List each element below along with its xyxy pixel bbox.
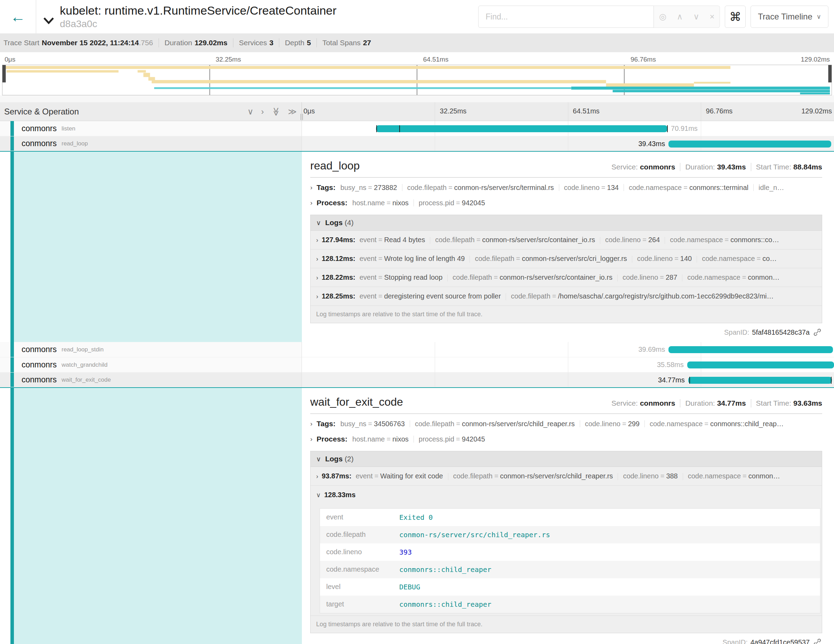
kv-chip[interactable]: code.filepath=conmon-rs/server/src/cri_l… xyxy=(475,255,627,262)
minimap-canvas[interactable] xyxy=(2,65,832,95)
kv-key: code.filepath xyxy=(511,292,550,300)
span-log-tick xyxy=(689,377,690,384)
depth-value: 5 xyxy=(307,39,311,47)
copy-link-icon[interactable] xyxy=(813,638,821,644)
collapse-one-icon[interactable]: › xyxy=(261,107,264,116)
log-kv-key: code.lineno xyxy=(326,548,399,556)
minimap-span-segment xyxy=(613,90,830,92)
log-entry[interactable]: ›127.94ms:event=Read 4 bytescode.filepat… xyxy=(310,231,822,249)
locate-icon[interactable]: ◎ xyxy=(659,13,666,21)
span-bar-read_loop[interactable] xyxy=(668,141,831,147)
span-row-wait_for_exit_code: conmonrswait_for_exit_code34.77ms xyxy=(0,373,834,388)
process-accordion[interactable]: ›Process:host.name=nixosprocess.pid=9420… xyxy=(310,195,822,210)
trace-view-selector[interactable]: Trace Timeline ∨ xyxy=(750,6,828,28)
timeline-axis-header: 0μs32.25ms64.51ms96.76ms129.02ms xyxy=(302,102,834,121)
kv-key: code.filepath xyxy=(453,472,493,480)
kv-chip[interactable]: host.name=nixos xyxy=(352,435,409,443)
divider xyxy=(158,38,159,47)
collapse-all-icon[interactable]: ≫ xyxy=(288,107,297,116)
next-result-icon[interactable]: ∨ xyxy=(693,13,700,21)
kv-chip[interactable]: event=Wrote log line of length 49 xyxy=(360,255,465,262)
copy-link-icon[interactable] xyxy=(813,328,821,337)
expand-one-icon[interactable]: ∨ xyxy=(247,107,254,116)
tags-accordion[interactable]: ›Tags:busy_ns=273882code.filepath=conmon… xyxy=(310,180,822,195)
tags-accordion[interactable]: ›Tags:busy_ns=34506763code.filepath=conm… xyxy=(310,416,822,431)
log-entry[interactable]: ›128.25ms:event=deregistering event sour… xyxy=(310,287,822,306)
span-name-cell-watch_grandchild[interactable]: conmonrswatch_grandchild xyxy=(0,357,302,373)
kv-chip[interactable]: code.lineno=264 xyxy=(605,236,660,244)
kv-chip[interactable]: process.pid=942045 xyxy=(419,199,485,207)
divider xyxy=(310,177,822,178)
process-accordion[interactable]: ›Process:host.name=nixosprocess.pid=9420… xyxy=(310,431,822,447)
duration-value: 129.02ms xyxy=(194,39,228,47)
log-entry[interactable]: ∨128.33ms xyxy=(310,486,822,504)
equals-sign: = xyxy=(725,236,729,244)
kv-chip[interactable]: process.pid=942045 xyxy=(419,435,485,443)
back-arrow-icon: ← xyxy=(10,9,26,24)
kv-chip[interactable]: code.namespace=conmon… xyxy=(688,472,780,480)
back-button[interactable]: ← xyxy=(0,0,36,33)
kv-chip[interactable]: code.filepath=conmon-rs/server/src/conta… xyxy=(435,236,595,244)
kv-chip[interactable]: event=deregistering event source from po… xyxy=(360,292,501,300)
expand-all-icon[interactable]: ≫ xyxy=(272,107,280,116)
prev-result-icon[interactable]: ∧ xyxy=(677,13,683,21)
kv-chip[interactable]: code.lineno=140 xyxy=(637,255,692,262)
log-timestamp: 127.94ms: xyxy=(322,236,356,244)
kv-chip[interactable]: busy_ns=34506763 xyxy=(341,420,405,428)
log-entry[interactable]: ›128.12ms:event=Wrote log line of length… xyxy=(310,249,822,268)
kv-chip[interactable]: code.lineno=287 xyxy=(622,273,677,281)
logs-header[interactable]: ∨Logs(2) xyxy=(310,451,822,467)
equals-sign: = xyxy=(684,184,688,191)
kv-chip[interactable]: code.namespace=conmonrs::terminal xyxy=(629,184,748,192)
kv-value: conmon… xyxy=(748,472,780,480)
span-bar-listen[interactable] xyxy=(376,125,668,132)
minimap-left-handle[interactable] xyxy=(2,65,6,83)
kv-value: conmon-rs/server/src/container_io.rs xyxy=(482,236,595,244)
kv-chip[interactable]: code.lineno=299 xyxy=(585,420,640,428)
kv-chip[interactable]: code.filepath=conmon-rs/server/src/child… xyxy=(453,472,613,480)
span-timeline-cell: 39.69ms xyxy=(302,342,834,357)
kv-chip[interactable]: code.filepath=conmon-rs/server/src/child… xyxy=(415,420,575,428)
spanid-value: 5faf48165428c37a xyxy=(752,328,810,337)
kv-chip[interactable]: code.filepath=conmon-rs/server/src/termi… xyxy=(407,184,554,192)
span-bar-watch_grandchild[interactable] xyxy=(687,361,834,369)
collapse-trace-header-button[interactable] xyxy=(42,16,55,26)
minimap-tick-label: 96.76ms xyxy=(630,56,656,63)
kv-chip[interactable]: host.name=nixos xyxy=(352,199,409,207)
span-name-cell-wait_for_exit_code[interactable]: conmonrswait_for_exit_code xyxy=(0,373,302,387)
span-log-tick xyxy=(399,125,400,132)
kv-value: 287 xyxy=(666,273,677,281)
log-entry[interactable]: ›93.87ms:event=Waiting for exit codecode… xyxy=(310,467,822,486)
kv-chip[interactable]: code.lineno=388 xyxy=(623,472,677,480)
span-detail-panel-wait_for_exit_code: wait_for_exit_codeService:conmonrsDurati… xyxy=(302,388,834,644)
span-name-cell-read_loop_stdin[interactable]: conmonrsread_loop_stdin xyxy=(0,342,302,357)
span-detail-panel-read_loop: read_loopService:conmonrsDuration:39.43m… xyxy=(302,152,834,342)
span-name-cell-listen[interactable]: conmonrslisten xyxy=(0,121,302,136)
kv-chip[interactable]: code.namespace=conmonrs::co… xyxy=(670,236,779,244)
keyboard-shortcuts-button[interactable]: ⌘ xyxy=(725,6,746,28)
minimap-right-handle[interactable] xyxy=(828,65,832,83)
logs-header[interactable]: ∨Logs(4) xyxy=(310,215,822,231)
kv-chip[interactable]: code.namespace=conmon… xyxy=(687,273,779,281)
kv-chip[interactable]: code.namespace=co… xyxy=(702,255,777,262)
span-name-cell-read_loop[interactable]: conmonrsread_loop xyxy=(0,136,302,151)
kv-key: code.namespace xyxy=(650,420,703,427)
clear-search-icon[interactable]: × xyxy=(710,13,714,21)
find-input[interactable] xyxy=(478,6,654,28)
kv-chip[interactable]: busy_ns=273882 xyxy=(341,184,397,192)
span-bar-wait_for_exit_code[interactable] xyxy=(688,377,832,384)
kv-chip[interactable]: code.filepath=/home/sascha/.cargo/regist… xyxy=(511,292,774,300)
kv-chip[interactable]: event=Stopping read loop xyxy=(360,273,443,281)
log-entry[interactable]: ›128.22ms:event=Stopping read loopcode.f… xyxy=(310,268,822,287)
service-name: conmonrs xyxy=(21,360,57,369)
kv-chip[interactable]: event=Waiting for exit code xyxy=(356,472,443,480)
chevron-down-icon: ∨ xyxy=(316,492,321,498)
span-bar-read_loop_stdin[interactable] xyxy=(668,346,833,353)
spacer xyxy=(0,95,834,102)
detail-indent-accent xyxy=(10,152,302,342)
kv-chip[interactable]: code.lineno=134 xyxy=(564,184,619,192)
kv-chip[interactable]: idle_n… xyxy=(758,184,784,192)
kv-chip[interactable]: code.filepath=conmon-rs/server/src/conta… xyxy=(453,273,613,281)
kv-chip[interactable]: event=Read 4 bytes xyxy=(360,236,425,244)
kv-chip[interactable]: code.namespace=conmonrs::child_reap… xyxy=(650,420,784,428)
